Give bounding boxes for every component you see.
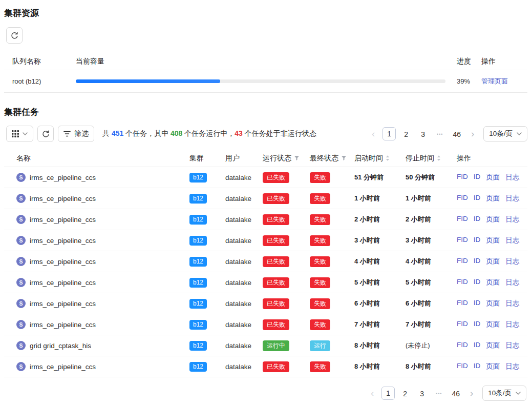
page-link[interactable]: 页面 xyxy=(486,341,500,350)
cluster-badge: b12 xyxy=(189,299,207,309)
page-number[interactable]: 2 xyxy=(399,127,413,140)
task-name: irms_ce_pipeline_ccs xyxy=(30,174,96,181)
page-number[interactable]: ••• xyxy=(432,387,445,400)
page-number[interactable]: 46 xyxy=(449,387,462,400)
fid-link[interactable]: FID xyxy=(457,236,468,245)
cluster-badge: b12 xyxy=(189,341,207,351)
start-time: 7 小时前 xyxy=(354,320,406,329)
prev-page-button[interactable]: ‹ xyxy=(368,128,379,139)
log-link[interactable]: 日志 xyxy=(505,194,519,203)
task-user: datalake xyxy=(225,279,263,287)
fid-link[interactable]: FID xyxy=(457,215,468,224)
prev-page-button[interactable]: ‹ xyxy=(367,388,378,399)
page-size-select[interactable]: 10条/页 xyxy=(482,386,526,401)
id-link[interactable]: ID xyxy=(474,236,481,245)
log-link[interactable]: 日志 xyxy=(505,236,519,245)
id-link[interactable]: ID xyxy=(474,173,481,182)
sort-icon[interactable] xyxy=(437,155,441,161)
log-link[interactable]: 日志 xyxy=(505,278,519,287)
log-link[interactable]: 日志 xyxy=(505,341,519,350)
fid-link[interactable]: FID xyxy=(457,341,468,350)
page-link[interactable]: 页面 xyxy=(486,194,500,203)
pagination-bottom: ‹ 1 2 3 ••• 46 › xyxy=(367,387,477,400)
filter-funnel-icon[interactable] xyxy=(341,155,347,161)
stop-time: 50 分钟前 xyxy=(406,173,457,182)
next-page-button[interactable]: › xyxy=(467,128,478,139)
log-link[interactable]: 日志 xyxy=(505,215,519,224)
log-link[interactable]: 日志 xyxy=(505,173,519,182)
fid-link[interactable]: FID xyxy=(457,299,468,308)
fid-link[interactable]: FID xyxy=(457,362,468,371)
stop-time: 5 小时前 xyxy=(406,278,457,287)
log-link[interactable]: 日志 xyxy=(505,362,519,371)
page-number[interactable]: 1 xyxy=(382,127,396,140)
id-link[interactable]: ID xyxy=(474,215,481,224)
filter-button[interactable]: 筛选 xyxy=(58,126,94,142)
id-link[interactable]: ID xyxy=(474,299,481,308)
task-name: irms_ce_pipeline_ccs xyxy=(30,237,96,245)
page-number[interactable]: 3 xyxy=(415,387,429,400)
manage-page-link[interactable]: 管理页面 xyxy=(481,77,508,85)
id-link[interactable]: ID xyxy=(474,320,481,329)
page-number[interactable]: 2 xyxy=(398,387,412,400)
stop-time: 7 小时前 xyxy=(406,320,457,329)
spark-avatar-icon: S xyxy=(16,173,26,182)
fid-link[interactable]: FID xyxy=(457,320,468,329)
sort-icon[interactable] xyxy=(386,155,390,161)
task-row: S irms_ce_pipeline_ccs b12 datalake 已失败 … xyxy=(4,293,527,314)
start-time: 8 小时前 xyxy=(354,341,406,350)
page-link[interactable]: 页面 xyxy=(486,257,500,266)
page-link[interactable]: 页面 xyxy=(486,236,500,245)
col-stop-time: 停止时间 xyxy=(406,154,434,163)
refresh-icon xyxy=(11,32,18,39)
stop-time: 8 小时前 xyxy=(406,362,457,371)
id-link[interactable]: ID xyxy=(474,362,481,371)
page-link[interactable]: 页面 xyxy=(486,320,500,329)
page-link[interactable]: 页面 xyxy=(486,215,500,224)
task-name: irms_ce_pipeline_ccs xyxy=(30,216,96,224)
log-link[interactable]: 日志 xyxy=(505,299,519,308)
page-link[interactable]: 页面 xyxy=(486,362,500,371)
task-user: datalake xyxy=(225,300,263,308)
task-row: S irms_ce_pipeline_ccs b12 datalake 已失败 … xyxy=(4,230,527,251)
final-status-badge: 失败 xyxy=(310,298,330,309)
page-number[interactable]: 46 xyxy=(450,127,463,140)
id-link[interactable]: ID xyxy=(474,341,481,350)
col-final-status: 最终状态 xyxy=(310,154,338,163)
tasks-table-body: S irms_ce_pipeline_ccs b12 datalake 已失败 … xyxy=(4,167,527,377)
not-running-count: 43 xyxy=(235,129,243,137)
next-page-button[interactable]: › xyxy=(466,388,477,399)
fid-link[interactable]: FID xyxy=(457,194,468,203)
fid-link[interactable]: FID xyxy=(457,257,468,266)
id-link[interactable]: ID xyxy=(474,194,481,203)
run-status-badge: 已失败 xyxy=(263,319,289,330)
page-number[interactable]: ••• xyxy=(433,127,446,140)
col-cluster: 集群 xyxy=(189,154,204,163)
task-user: datalake xyxy=(225,174,263,181)
fid-link[interactable]: FID xyxy=(457,173,468,182)
page-number[interactable]: 3 xyxy=(416,127,430,140)
page-number[interactable]: 1 xyxy=(381,387,395,400)
final-status-badge: 失败 xyxy=(310,256,330,267)
id-link[interactable]: ID xyxy=(474,257,481,266)
chevron-down-icon xyxy=(516,392,521,395)
id-link[interactable]: ID xyxy=(474,278,481,287)
filter-funnel-icon[interactable] xyxy=(294,155,300,161)
column-settings-button[interactable] xyxy=(6,126,33,142)
col-run-status: 运行状态 xyxy=(263,154,291,163)
resources-refresh-button[interactable] xyxy=(6,27,23,44)
fid-link[interactable]: FID xyxy=(457,278,468,287)
page-size-select[interactable]: 10条/页 xyxy=(483,126,527,141)
footer-bar: ‹ 1 2 3 ••• 46 › 10条/页 xyxy=(4,386,527,401)
cluster-resources-title: 集群资源 xyxy=(4,7,527,19)
run-status-badge: 已失败 xyxy=(263,277,289,288)
run-status-badge: 已失败 xyxy=(263,235,289,246)
page-link[interactable]: 页面 xyxy=(486,278,500,287)
log-link[interactable]: 日志 xyxy=(505,320,519,329)
page: 集群资源 队列名称 当前容量 进度 操作 root (b12) xyxy=(0,0,532,401)
tasks-refresh-button[interactable] xyxy=(37,126,54,142)
log-link[interactable]: 日志 xyxy=(505,257,519,266)
page-link[interactable]: 页面 xyxy=(486,173,500,182)
task-user: datalake xyxy=(225,321,263,329)
page-link[interactable]: 页面 xyxy=(486,299,500,308)
